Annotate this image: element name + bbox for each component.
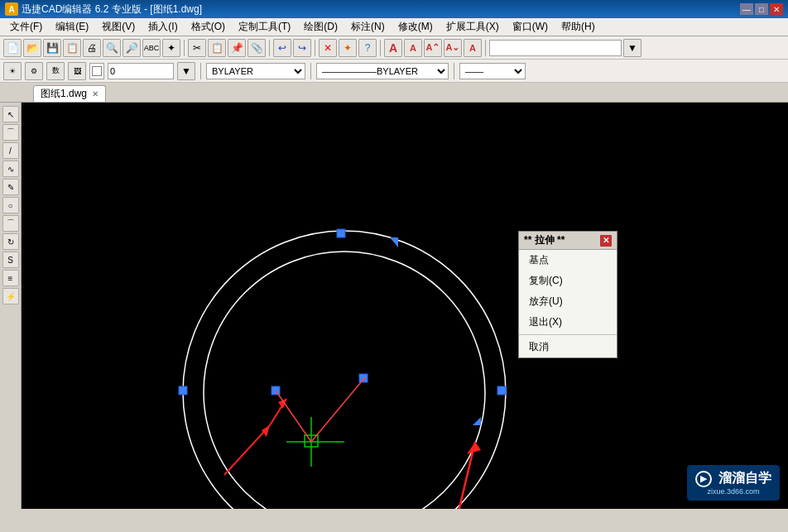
layer-name-input[interactable] — [108, 63, 174, 79]
layer-color-box — [89, 63, 104, 79]
layer-dropdown[interactable]: ▼ — [177, 62, 195, 80]
tb-undo[interactable]: ↩ — [273, 39, 291, 57]
left-toolbar: ↖ ⌒ / ∿ ✎ ○ ⌒ ↻ S ≡ ⚡ — [0, 103, 22, 509]
tb-new[interactable]: 📄 — [3, 39, 22, 57]
separator4 — [380, 40, 381, 56]
tb-textA1[interactable]: A — [384, 39, 402, 57]
tb-cut[interactable]: ✂ — [188, 39, 206, 57]
tool-select[interactable]: ↖ — [2, 106, 19, 122]
svg-marker-7 — [473, 417, 481, 425]
tb-save[interactable]: 💾 — [43, 39, 61, 57]
context-menu-close-button[interactable]: ✕ — [600, 235, 612, 247]
tool-rotate[interactable]: ↻ — [2, 233, 19, 250]
watermark-icon: ▶ — [695, 471, 712, 487]
menu-extend[interactable]: 扩展工具(X) — [440, 18, 506, 36]
context-menu: ** 拉伸 ** ✕ 基点 复制(C) 放弃(U) 退出(X) 取消 — [518, 231, 617, 358]
tab-close-button[interactable]: ✕ — [92, 89, 98, 98]
menu-file[interactable]: 文件(F) — [3, 18, 49, 36]
watermark-sub: zixue.3d66.com — [695, 487, 771, 496]
tb-spell[interactable]: ✦ — [162, 39, 180, 57]
menu-insert[interactable]: 插入(I) — [142, 18, 184, 36]
app-icon: A — [5, 2, 18, 16]
separator3 — [315, 40, 315, 56]
context-menu-header: ** 拉伸 ** ✕ — [519, 232, 617, 250]
ctx-cancel[interactable]: 取消 — [519, 337, 617, 357]
title-controls[interactable]: — □ ✕ — [740, 3, 783, 15]
tb-redo[interactable]: ↪ — [293, 39, 311, 57]
menu-dimension[interactable]: 标注(N) — [344, 18, 392, 36]
tool-polyline[interactable]: ∿ — [2, 161, 19, 177]
layer-toolbar: ☀ ⚙ 数 🖼 ▼ BYLAYER ——————BYLAYER —— — [0, 60, 788, 83]
svg-rect-2 — [337, 229, 345, 237]
tb-textA4[interactable]: A⌄ — [444, 39, 462, 57]
text-search-input[interactable] — [489, 40, 622, 56]
menu-edit[interactable]: 编辑(E) — [49, 18, 95, 36]
ctx-exit[interactable]: 退出(X) — [519, 312, 617, 333]
menu-draw[interactable]: 绘图(D) — [297, 18, 344, 36]
tb-open[interactable]: 📂 — [23, 39, 41, 57]
tb-textA5[interactable]: A — [464, 39, 482, 57]
menu-tools[interactable]: 定制工具(T) — [232, 18, 297, 36]
watermark: ▶ 溜溜自学 zixue.3d66.com — [687, 465, 780, 501]
layer-option4[interactable]: 🖼 — [68, 62, 86, 80]
tb-copy[interactable]: 📋 — [208, 39, 226, 57]
tb-preview[interactable]: 🔍 — [103, 39, 121, 57]
tb-abc[interactable]: ABC — [142, 39, 161, 57]
tb-textA3[interactable]: A⌃ — [424, 39, 442, 57]
tool-hatch[interactable]: ≡ — [2, 270, 19, 286]
canvas-area[interactable]: ** 拉伸 ** ✕ 基点 复制(C) 放弃(U) 退出(X) 取消 ▶ 溜溜自… — [22, 103, 788, 509]
color-select[interactable]: BYLAYER — [206, 63, 305, 79]
tb-delete[interactable]: ✕ — [319, 39, 337, 57]
menu-help[interactable]: 帮助(H) — [555, 18, 602, 36]
tool-arc1[interactable]: ⌒ — [2, 124, 19, 141]
maximize-button[interactable]: □ — [755, 3, 768, 15]
ctx-base[interactable]: 基点 — [519, 250, 617, 271]
main-layout: ↖ ⌒ / ∿ ✎ ○ ⌒ ↻ S ≡ ⚡ — [0, 103, 788, 509]
svg-rect-3 — [497, 386, 506, 395]
menu-format[interactable]: 格式(O) — [185, 18, 232, 36]
separator2 — [269, 40, 270, 56]
svg-marker-6 — [390, 237, 398, 247]
tool-arc2[interactable]: ⌒ — [2, 215, 19, 232]
ctx-copy[interactable]: 复制(C) — [519, 271, 617, 291]
ctx-separator — [519, 334, 617, 335]
tb-saveas[interactable]: 📋 — [63, 39, 81, 57]
tool-pencil[interactable]: ✎ — [2, 179, 19, 195]
tab-drawing1[interactable]: 图纸1.dwg ✕ — [33, 85, 106, 102]
tool-line[interactable]: / — [2, 142, 19, 159]
separator1 — [184, 40, 185, 56]
tb-help[interactable]: ? — [358, 39, 377, 57]
menu-view[interactable]: 视图(V) — [95, 18, 142, 36]
context-menu-title: ** 拉伸 ** — [524, 233, 565, 247]
tb-search-go[interactable]: ▼ — [623, 39, 641, 57]
svg-rect-5 — [179, 386, 187, 395]
tb-paste2[interactable]: 📎 — [247, 39, 266, 57]
tool-stretch[interactable]: S — [2, 252, 19, 268]
linetype-select[interactable]: ——————BYLAYER — [316, 63, 449, 79]
tb-print[interactable]: 🖨 — [83, 39, 101, 57]
tb-find[interactable]: 🔎 — [123, 39, 141, 57]
tb-explode[interactable]: ✦ — [339, 39, 357, 57]
tool-circle[interactable]: ○ — [2, 197, 19, 213]
menu-window[interactable]: 窗口(W) — [506, 18, 555, 36]
sep-layer — [200, 63, 201, 79]
title-text: 迅捷CAD编辑器 6.2 专业版 - [图纸1.dwg] — [22, 2, 740, 17]
tb-textA2[interactable]: A — [404, 39, 422, 57]
svg-marker-16 — [467, 442, 481, 454]
tab-bar: 图纸1.dwg ✕ — [0, 83, 788, 103]
separator5 — [485, 40, 486, 56]
layer-option3[interactable]: 数 — [46, 62, 65, 80]
minimize-button[interactable]: — — [740, 3, 753, 15]
tab-label: 图纸1.dwg — [41, 87, 87, 101]
layer-color-swatch — [92, 66, 102, 76]
toolbar1: 📄 📂 💾 📋 🖨 🔍 🔎 ABC ✦ ✂ 📋 📌 📎 ↩ ↪ ✕ ✦ ? A … — [0, 36, 788, 60]
layer-manager[interactable]: ☀ — [3, 62, 22, 80]
layer-settings[interactable]: ⚙ — [25, 62, 43, 80]
tool-dim[interactable]: ⚡ — [2, 288, 19, 304]
lineweight-select[interactable]: —— — [459, 63, 526, 79]
tb-paste[interactable]: 📌 — [228, 39, 246, 57]
menu-modify[interactable]: 修改(M) — [392, 18, 440, 36]
watermark-title: 溜溜自学 — [718, 470, 771, 487]
close-button[interactable]: ✕ — [770, 3, 783, 15]
ctx-undo[interactable]: 放弃(U) — [519, 291, 617, 312]
